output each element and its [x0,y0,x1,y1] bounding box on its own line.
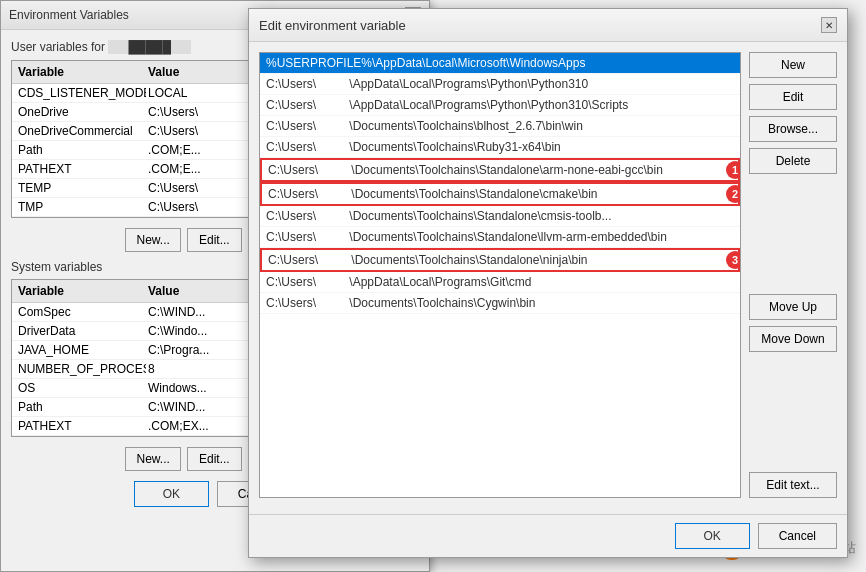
path-item[interactable]: C:\Users\ \AppData\Local\Programs\Python… [260,74,740,95]
user-new-button[interactable]: New... [125,228,180,252]
path-item[interactable]: C:\Users\ \AppData\Local\Programs\Git\cm… [260,272,740,293]
edit-dialog-content: %USERPROFILE%\AppData\Local\Microsoft\Wi… [249,42,847,508]
system-vars-col-variable: Variable [16,282,146,300]
path-item[interactable]: %USERPROFILE%\AppData\Local\Microsoft\Wi… [260,53,740,74]
path-item-highlighted-1[interactable]: C:\Users\ \Documents\Toolchains\Standalo… [260,158,740,182]
edit-dialog-titlebar: Edit environment variable ✕ [249,9,847,42]
annotation-badge-3: 3 [726,251,740,269]
edit-button[interactable]: Edit [749,84,837,110]
path-item[interactable]: C:\Users\ \Documents\Toolchains\Ruby31-x… [260,137,740,158]
path-item[interactable]: C:\Users\ \Documents\Toolchains\Cygwin\b… [260,293,740,314]
path-item-highlighted-2[interactable]: C:\Users\ \Documents\Toolchains\Standalo… [260,182,740,206]
browse-button[interactable]: Browse... [749,116,837,142]
user-edit-button[interactable]: Edit... [187,228,242,252]
move-up-button[interactable]: Move Up [749,294,837,320]
system-new-button[interactable]: New... [125,447,180,471]
path-item-wrapper-1: C:\Users\ \Documents\Toolchains\Standalo… [260,158,740,182]
edit-dialog-close-btn[interactable]: ✕ [821,17,837,33]
move-down-button[interactable]: Move Down [749,326,837,352]
delete-button[interactable]: Delete [749,148,837,174]
path-item-highlighted-3[interactable]: C:\Users\ \Documents\Toolchains\Standalo… [260,248,740,272]
spacer [749,358,837,466]
env-ok-button[interactable]: OK [134,481,209,507]
annotation-badge-1: 1 [726,161,740,179]
edit-text-button[interactable]: Edit text... [749,472,837,498]
path-item[interactable]: C:\Users\ \AppData\Local\Programs\Python… [260,95,740,116]
user-vars-col-variable: Variable [16,63,146,81]
dialog-cancel-button[interactable]: Cancel [758,523,837,549]
path-item-wrapper-3: C:\Users\ \Documents\Toolchains\Standalo… [260,248,740,272]
system-edit-button[interactable]: Edit... [187,447,242,471]
annotation-badge-2: 2 [726,185,740,203]
path-item-wrapper-2: C:\Users\ \Documents\Toolchains\Standalo… [260,182,740,206]
path-item[interactable]: C:\Users\ \Documents\Toolchains\Standalo… [260,227,740,248]
edit-dialog-title: Edit environment variable [259,18,406,33]
spacer [749,180,837,288]
edit-env-dialog: Edit environment variable ✕ %USERPROFILE… [248,8,848,558]
path-item[interactable]: C:\Users\ \Documents\Toolchains\Standalo… [260,206,740,227]
path-item[interactable]: C:\Users\ \Documents\Toolchains\blhost_2… [260,116,740,137]
new-button[interactable]: New [749,52,837,78]
dialog-ok-button[interactable]: OK [675,523,750,549]
path-list[interactable]: %USERPROFILE%\AppData\Local\Microsoft\Wi… [259,52,741,498]
env-variables-title: Environment Variables [9,8,129,22]
edit-dialog-footer: OK Cancel [249,514,847,557]
edit-dialog-buttons: New Edit Browse... Delete Move Up Move D… [749,52,837,498]
